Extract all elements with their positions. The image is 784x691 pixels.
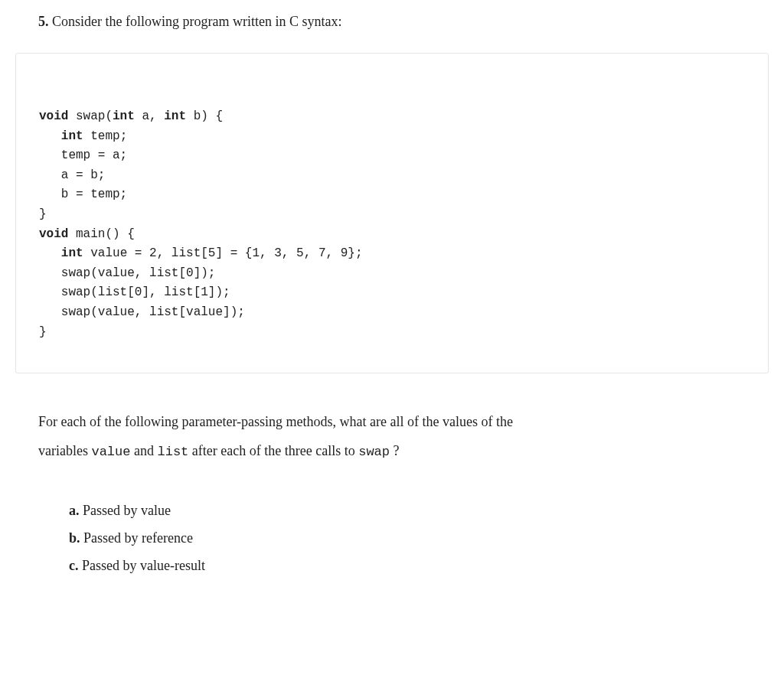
code-text xyxy=(39,129,61,143)
followup-question: For each of the following parameter-pass… xyxy=(38,408,746,466)
options-list: a. Passed by value b. Passed by referenc… xyxy=(38,497,746,579)
followup-text: ? xyxy=(390,443,400,458)
question-prompt: Consider the following program written i… xyxy=(49,14,342,29)
code-inline: value xyxy=(91,445,130,459)
followup-text: after each of the three calls to xyxy=(188,443,358,458)
code-line: a = b; xyxy=(39,168,105,182)
option-b: b. Passed by reference xyxy=(69,524,746,552)
code-text xyxy=(39,246,61,260)
code-text: main() { xyxy=(68,227,134,241)
followup-text: For each of the following parameter-pass… xyxy=(38,414,513,429)
code-text: a, xyxy=(135,109,164,123)
code-keyword: int xyxy=(113,109,135,123)
code-keyword: void xyxy=(39,227,68,241)
question-number: 5. xyxy=(38,14,49,29)
option-text: Passed by reference xyxy=(80,530,193,546)
code-keyword: int xyxy=(164,109,186,123)
code-inline: swap xyxy=(358,445,390,459)
option-text: Passed by value-result xyxy=(79,558,205,573)
code-text: b) { xyxy=(186,109,223,123)
code-text: temp; xyxy=(83,129,128,143)
option-c: c. Passed by value-result xyxy=(69,552,746,579)
option-label: b. xyxy=(69,530,80,546)
code-line: b = temp; xyxy=(39,187,127,201)
code-keyword: int xyxy=(61,129,83,143)
followup-text: variables xyxy=(38,443,91,458)
code-inline: list xyxy=(157,445,188,459)
option-text: Passed by value xyxy=(80,503,171,518)
code-line: swap(list[0], list[1]); xyxy=(39,285,230,299)
code-text: value = 2, list[5] = {1, 3, 5, 7, 9}; xyxy=(83,246,363,260)
code-line: } xyxy=(39,325,47,339)
code-content: void swap(int a, int b) { int temp; temp… xyxy=(39,107,745,342)
code-keyword: int xyxy=(61,246,83,260)
option-a: a. Passed by value xyxy=(69,497,746,524)
option-label: a. xyxy=(69,503,80,518)
code-line: swap(value, list[0]); xyxy=(39,266,215,280)
code-line: temp = a; xyxy=(39,148,127,162)
code-block: void swap(int a, int b) { int temp; temp… xyxy=(15,53,769,373)
question-header: 5. Consider the following program writte… xyxy=(38,14,746,30)
option-label: c. xyxy=(69,558,79,573)
code-keyword: void xyxy=(39,109,68,123)
code-line: } xyxy=(39,207,47,221)
code-text: swap( xyxy=(68,109,113,123)
followup-text: and xyxy=(130,443,157,458)
code-line: swap(value, list[value]); xyxy=(39,305,245,319)
